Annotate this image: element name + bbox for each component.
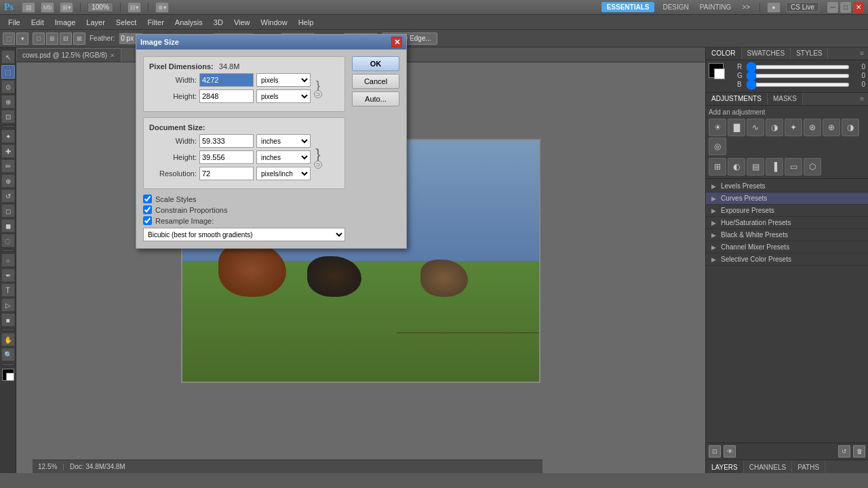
eraser-tool[interactable]: ◻: [1, 204, 15, 218]
document-tab[interactable]: cows.psd @ 12.5% (RGB/8) ✕: [16, 48, 121, 62]
arrange-icon[interactable]: ⊟▾: [127, 2, 141, 13]
levels-icon[interactable]: ▇: [728, 119, 745, 136]
shape-tool[interactable]: ■: [1, 313, 15, 327]
brush-tool[interactable]: ✏: [1, 159, 15, 173]
gradient-map-icon[interactable]: ▭: [785, 158, 802, 176]
history-brush[interactable]: ↺: [1, 189, 15, 203]
r-slider[interactable]: [746, 65, 850, 69]
eyedropper-tool[interactable]: ✦: [1, 129, 15, 143]
preset-exposure[interactable]: ▶ Exposure Presets: [706, 205, 868, 217]
tab-masks[interactable]: MASKS: [768, 93, 803, 105]
channel-mixer-icon[interactable]: ⊞: [709, 158, 726, 176]
doc-link-icon[interactable]: ⊃: [314, 161, 322, 169]
tab-swatches[interactable]: SWATCHES: [742, 47, 791, 60]
invert-icon[interactable]: ◐: [728, 158, 745, 176]
bw-icon[interactable]: ◑: [842, 119, 859, 136]
adj-bottom-icon1[interactable]: ⊡: [709, 445, 721, 458]
auto-button[interactable]: Auto...: [352, 92, 399, 106]
tab-paths[interactable]: PATHS: [792, 461, 825, 473]
doc-close-icon[interactable]: ✕: [110, 52, 115, 59]
layout-icon[interactable]: ⊞▾: [60, 2, 73, 13]
doc-height-input[interactable]: [199, 150, 254, 164]
menu-3d[interactable]: 3D: [208, 17, 229, 28]
resample-checkbox[interactable]: [143, 216, 152, 225]
g-slider[interactable]: [746, 74, 850, 78]
dodge-tool[interactable]: ○: [1, 253, 15, 267]
top-icon-2[interactable]: Mb: [41, 2, 54, 13]
marquee-tool[interactable]: ⬚: [1, 65, 15, 79]
color-panel-menu[interactable]: ≡: [856, 47, 868, 60]
preset-levels[interactable]: ▶ Levels Presets: [706, 180, 868, 192]
background-swatch[interactable]: [714, 68, 725, 79]
menu-select[interactable]: Select: [111, 17, 142, 28]
gradient-tool[interactable]: ◼: [1, 219, 15, 232]
path-select-tool[interactable]: ▷: [1, 298, 15, 312]
menu-view[interactable]: View: [229, 17, 256, 28]
zoom-tool[interactable]: 🔍: [1, 348, 15, 361]
painting-button[interactable]: PAINTING: [697, 2, 734, 12]
pen-tool[interactable]: ✒: [1, 268, 15, 282]
essentials-button[interactable]: ESSENTIALS: [601, 2, 655, 12]
design-button[interactable]: DESIGN: [660, 2, 691, 12]
new-selection-icon[interactable]: □: [33, 33, 45, 45]
posterize-icon[interactable]: ▤: [747, 158, 764, 176]
quick-select-tool[interactable]: ⊕: [1, 95, 15, 108]
photo-filter-icon[interactable]: ◎: [709, 138, 726, 155]
crop-tool[interactable]: ⊡: [1, 110, 15, 123]
blur-tool[interactable]: ◌: [1, 234, 15, 247]
more-button[interactable]: >>: [739, 2, 753, 12]
color-selector[interactable]: [709, 63, 729, 83]
tab-layers[interactable]: LAYERS: [706, 461, 744, 473]
cs-icon[interactable]: ●: [767, 2, 781, 13]
hue-sat-icon[interactable]: ⊛: [804, 119, 821, 136]
menu-filter[interactable]: Filter: [142, 17, 169, 28]
add-selection-icon[interactable]: ⊞: [46, 33, 58, 45]
preset-huesat[interactable]: ▶ Hue/Saturation Presets: [706, 217, 868, 229]
tool-preset-icon[interactable]: ⊕▾: [155, 2, 169, 13]
adj-bottom-icon2[interactable]: 👁: [724, 445, 736, 458]
tab-color[interactable]: COLOR: [706, 47, 742, 60]
menu-help[interactable]: Help: [293, 17, 319, 28]
preset-selective-color[interactable]: ▶ Selective Color Presets: [706, 253, 868, 266]
menu-edit[interactable]: Edit: [26, 17, 50, 28]
menu-window[interactable]: Window: [256, 17, 293, 28]
subtract-selection-icon[interactable]: ⊟: [60, 33, 72, 45]
hand-tool[interactable]: ✋: [1, 333, 15, 346]
rect-marquee-icon[interactable]: ⬚: [3, 33, 15, 45]
intersect-icon[interactable]: ⊠: [73, 33, 85, 45]
background-color[interactable]: [6, 373, 14, 381]
resample-method-select[interactable]: Bicubic (best for smooth gradients) Bili…: [143, 228, 345, 241]
maximize-button[interactable]: □: [840, 2, 851, 13]
image-size-dialog[interactable]: Image Size ✕ Pixel Dimensions: 34.8M: [136, 34, 407, 249]
arrow-tool[interactable]: ↖: [1, 50, 15, 64]
tab-channels[interactable]: CHANNELS: [744, 461, 792, 473]
doc-width-input[interactable]: [199, 134, 254, 148]
cancel-button[interactable]: Cancel: [352, 74, 399, 89]
tab-styles[interactable]: STYLES: [791, 47, 828, 60]
dialog-close-button[interactable]: ✕: [391, 37, 402, 47]
threshold-icon[interactable]: ▐: [766, 158, 783, 176]
adj-delete-icon[interactable]: 🗑: [853, 445, 865, 458]
doc-height-unit[interactable]: inches cm mm pixels: [256, 150, 311, 164]
marquee-options-arrow[interactable]: ▾: [16, 33, 28, 45]
pixel-height-unit[interactable]: pixels percent: [256, 89, 311, 103]
color-balance-icon[interactable]: ⊕: [823, 119, 840, 136]
curves-icon[interactable]: ∿: [747, 119, 764, 136]
preset-channel-mixer[interactable]: ▶ Channel Mixer Presets: [706, 241, 868, 253]
brightness-contrast-icon[interactable]: ☀: [709, 119, 726, 136]
lasso-tool[interactable]: ⊙: [1, 80, 15, 94]
adj-reset-icon[interactable]: ↺: [838, 445, 850, 458]
adj-panel-menu[interactable]: ≡: [856, 93, 868, 105]
doc-res-unit[interactable]: pixels/inch pixels/cm: [256, 167, 311, 180]
pixel-width-input[interactable]: [199, 73, 254, 87]
menu-analysis[interactable]: Analysis: [170, 17, 208, 28]
doc-res-input[interactable]: [199, 167, 254, 180]
menu-file[interactable]: File: [3, 17, 26, 28]
pixel-height-input[interactable]: [199, 89, 254, 103]
b-slider[interactable]: [746, 83, 850, 87]
clone-tool[interactable]: ⊕: [1, 174, 15, 188]
top-icon-1[interactable]: ▤: [22, 2, 35, 13]
menu-image[interactable]: Image: [50, 17, 81, 28]
close-button[interactable]: ✕: [853, 2, 864, 13]
scale-styles-checkbox[interactable]: [143, 195, 152, 203]
